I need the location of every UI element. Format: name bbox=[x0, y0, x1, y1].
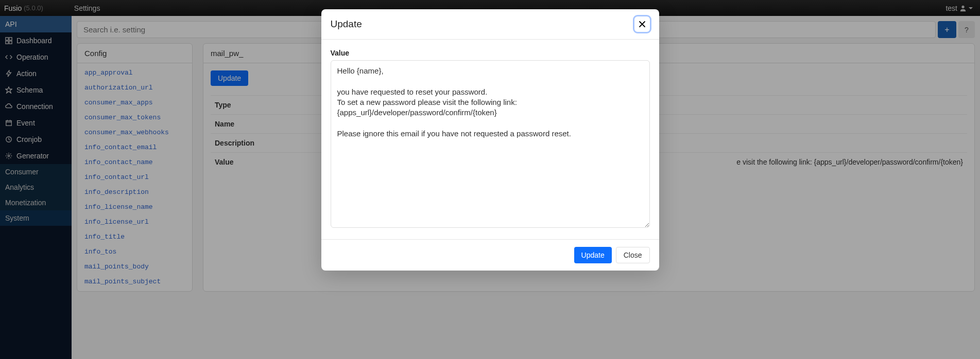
close-icon bbox=[638, 20, 646, 28]
modal-close-text-button[interactable]: Close bbox=[616, 247, 650, 263]
value-textarea[interactable] bbox=[331, 60, 650, 228]
modal-title: Update bbox=[331, 19, 362, 30]
modal-overlay: Update Value Update Close bbox=[0, 0, 980, 359]
modal-body: Value bbox=[321, 40, 659, 239]
value-field-label: Value bbox=[331, 49, 650, 57]
modal-footer: Update Close bbox=[321, 239, 659, 271]
modal-close-button[interactable] bbox=[634, 16, 650, 32]
modal-header: Update bbox=[321, 9, 659, 40]
update-modal: Update Value Update Close bbox=[321, 9, 659, 271]
modal-update-button[interactable]: Update bbox=[574, 247, 612, 263]
